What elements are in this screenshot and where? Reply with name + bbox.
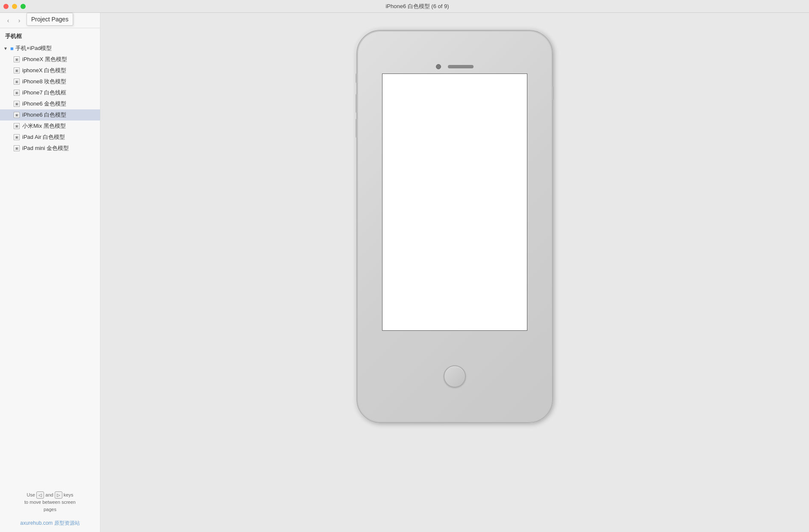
sidebar-footer: Use ◁ and ▷ keys to move between screen …: [0, 487, 100, 517]
canvas-area: [100, 13, 809, 532]
volume-down-button: [356, 119, 357, 138]
tree-item-ipadmini-gold[interactable]: ▣ iPad mini 金色模型: [0, 143, 100, 154]
footer-hint3: to move between screen: [24, 500, 76, 505]
key-badge-left: ◁: [36, 491, 44, 499]
tree-item-label-6: 小米Mix 黑色模型: [22, 122, 66, 130]
phone-screen: [382, 73, 527, 331]
watermark-text: axurehub.com 原型资源站: [20, 520, 79, 526]
tree-group: ▼ ■ 手机+iPad模型 ▣ iPhoneX 黑色模型 ▣ iphoneX 白…: [0, 43, 100, 154]
tree-item-label-2: iPhone8 玫色模型: [22, 78, 66, 85]
power-button: [552, 86, 554, 100]
sidebar-watermark: axurehub.com 原型资源站: [0, 517, 100, 532]
project-pages-tooltip: Project Pages: [26, 13, 73, 26]
footer-hint4: pages: [44, 507, 56, 512]
page-icon-1: ▣: [14, 68, 20, 73]
main-layout: ‹ › 手机框 ▼ ■ 手机+iPad模型 ▣ iPhoneX 黑色模型 ▣ i…: [0, 13, 809, 532]
section-header: 手机框: [0, 28, 100, 43]
home-button[interactable]: [444, 365, 466, 388]
nav-forward-button[interactable]: ›: [15, 16, 24, 25]
tree-item-xiaomimix-black[interactable]: ▣ 小米Mix 黑色模型: [0, 121, 100, 132]
tree-item-iphone7-white[interactable]: ▣ iPhone7 白色线框: [0, 87, 100, 98]
phone-bottom: [357, 331, 552, 422]
minimize-button[interactable]: [12, 4, 17, 9]
folder-icon: ■: [10, 45, 14, 52]
footer-and: and: [45, 492, 53, 497]
page-icon-5: ▣: [14, 112, 20, 118]
window-title: iPhone6 白色模型 (6 of 9): [29, 3, 806, 10]
maximize-button[interactable]: [21, 4, 26, 9]
earpiece-speaker: [448, 65, 474, 68]
tree-item-iphone8-pink[interactable]: ▣ iPhone8 玫色模型: [0, 76, 100, 87]
close-button[interactable]: [3, 4, 9, 9]
footer-hint1: Use: [27, 492, 35, 497]
tree-item-iphone6-white[interactable]: ▣ iPhone6 白色模型: [0, 109, 100, 121]
tree-item-label-4: iPhone6 金色模型: [22, 100, 66, 108]
tree-item-iphone6-gold[interactable]: ▣ iPhone6 金色模型: [0, 98, 100, 109]
sidebar: ‹ › 手机框 ▼ ■ 手机+iPad模型 ▣ iPhoneX 黑色模型 ▣ i…: [0, 13, 100, 532]
project-pages-label: Project Pages: [31, 16, 68, 23]
phone-mockup: [356, 30, 553, 423]
tree-arrow-icon: ▼: [3, 46, 9, 51]
page-icon-0: ▣: [14, 56, 20, 62]
footer-hint2: keys: [64, 492, 74, 497]
page-icon-2: ▣: [14, 79, 20, 85]
tree-item-label-1: iphoneX 白色模型: [22, 67, 66, 74]
page-icon-6: ▣: [14, 123, 20, 129]
tree-item-ipadair-white[interactable]: ▣ iPad Air 白色模型: [0, 132, 100, 143]
page-icon-7: ▣: [14, 134, 20, 140]
mute-button: [356, 73, 357, 83]
camera-row: [436, 64, 474, 69]
tree-item-label-0: iPhoneX 黑色模型: [22, 56, 67, 63]
title-bar: iPhone6 白色模型 (6 of 9): [0, 0, 809, 13]
tree-item-label-3: iPhone7 白色线框: [22, 89, 66, 97]
page-icon-3: ▣: [14, 90, 20, 96]
front-camera: [436, 64, 441, 69]
page-icon-8: ▣: [14, 145, 20, 151]
key-badge-right: ▷: [55, 491, 62, 499]
tree-item-iphoneX-white[interactable]: ▣ iphoneX 白色模型: [0, 65, 100, 76]
tree-item-label-5: iPhone6 白色模型: [22, 111, 66, 119]
phone-top: [357, 31, 552, 73]
page-icon-4: ▣: [14, 101, 20, 107]
tree-parent-item[interactable]: ▼ ■ 手机+iPad模型: [0, 43, 100, 54]
nav-back-button[interactable]: ‹: [3, 16, 13, 25]
tree-parent-label: 手机+iPad模型: [15, 44, 52, 52]
volume-up-button: [356, 94, 357, 113]
tree-item-iphoneX-black[interactable]: ▣ iPhoneX 黑色模型: [0, 54, 100, 65]
tree-item-label-8: iPad mini 金色模型: [22, 144, 69, 152]
tree-item-label-7: iPad Air 白色模型: [22, 133, 65, 141]
